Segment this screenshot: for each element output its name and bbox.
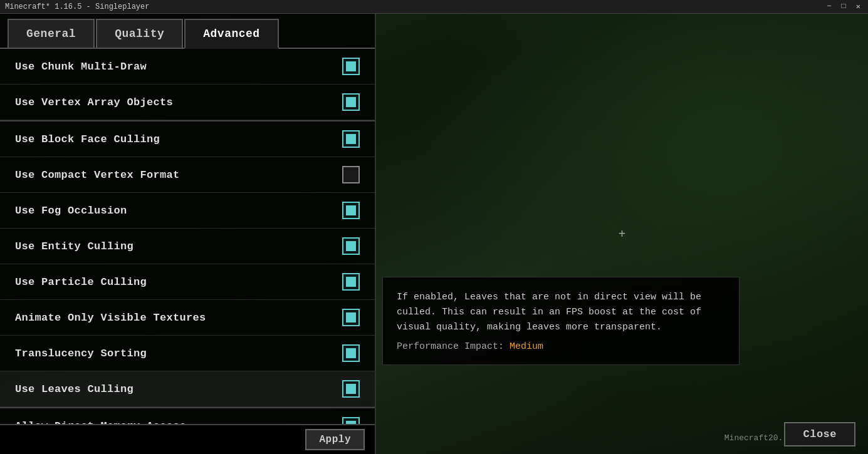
checkbox-wrap-leaves-culling — [342, 380, 360, 398]
checkbox-wrap-direct-memory-access — [342, 417, 360, 424]
setting-row-particle-culling[interactable]: Use Particle Culling — [0, 264, 375, 300]
apply-button[interactable]: Apply — [305, 429, 365, 450]
setting-row-block-face-culling[interactable]: Use Block Face Culling — [0, 120, 375, 157]
checkbox-block-face-culling[interactable] — [342, 130, 360, 148]
checkbox-wrap-animate-visible-textures — [342, 309, 360, 326]
setting-label-block-face-culling: Use Block Face Culling — [15, 133, 160, 145]
checkbox-wrap-chunk-multi-draw — [342, 58, 360, 75]
checkbox-wrap-compact-vertex-format — [342, 166, 360, 183]
checkbox-wrap-translucency-sorting — [342, 344, 360, 362]
setting-row-direct-memory-access[interactable]: Allow Direct Memory Access — [0, 407, 375, 424]
close-button-wrap: Close — [784, 422, 855, 446]
close-button[interactable]: Close — [784, 422, 855, 446]
tabs-container: General Quality Advanced — [0, 14, 375, 49]
tab-quality[interactable]: Quality — [96, 19, 183, 48]
setting-label-chunk-multi-draw: Use Chunk Multi-Draw — [15, 61, 147, 73]
crosshair: + — [618, 227, 625, 241]
checkbox-vertex-array-objects[interactable] — [342, 93, 360, 111]
checkbox-animate-visible-textures[interactable] — [342, 309, 360, 326]
setting-label-particle-culling: Use Particle Culling — [15, 276, 147, 288]
checkbox-wrap-fog-occlusion — [342, 202, 360, 219]
tooltip-impact-value: Medium — [510, 341, 543, 352]
setting-label-vertex-array-objects: Use Vertex Array Objects — [15, 96, 173, 108]
setting-row-entity-culling[interactable]: Use Entity Culling — [0, 229, 375, 264]
tab-general[interactable]: General — [8, 19, 95, 48]
main-container: + General Quality Advanced Use Chunk Mul… — [0, 14, 868, 454]
setting-row-vertex-array-objects[interactable]: Use Vertex Array Objects — [0, 85, 375, 120]
setting-row-fog-occlusion[interactable]: Use Fog Occlusion — [0, 193, 375, 229]
watermark: Minecraft20.ru — [724, 433, 793, 443]
checkbox-entity-culling[interactable] — [342, 237, 360, 255]
tab-advanced[interactable]: Advanced — [184, 19, 278, 49]
checkbox-translucency-sorting[interactable] — [342, 344, 360, 362]
checkbox-wrap-entity-culling — [342, 237, 360, 255]
maximize-button[interactable]: □ — [839, 2, 849, 11]
checkbox-fog-occlusion[interactable] — [342, 202, 360, 219]
setting-row-animate-visible-textures[interactable]: Animate Only Visible Textures — [0, 300, 375, 336]
checkbox-wrap-particle-culling — [342, 273, 360, 291]
setting-row-chunk-multi-draw[interactable]: Use Chunk Multi-Draw — [0, 49, 375, 85]
checkbox-chunk-multi-draw[interactable] — [342, 58, 360, 75]
checkbox-particle-culling[interactable] — [342, 273, 360, 291]
setting-row-leaves-culling[interactable]: Use Leaves Culling — [0, 371, 375, 407]
setting-label-leaves-culling: Use Leaves Culling — [15, 383, 133, 395]
tooltip-text: If enabled, Leaves that are not in direc… — [397, 290, 725, 335]
settings-panel: General Quality Advanced Use Chunk Multi… — [0, 14, 376, 454]
settings-list: Use Chunk Multi-DrawUse Vertex Array Obj… — [0, 49, 375, 424]
titlebar: Minecraft* 1.16.5 - Singleplayer − □ ✕ — [0, 0, 868, 14]
checkbox-wrap-block-face-culling — [342, 130, 360, 148]
setting-label-entity-culling: Use Entity Culling — [15, 240, 133, 252]
minimize-button[interactable]: − — [824, 2, 834, 11]
setting-label-translucency-sorting: Translucency Sorting — [15, 348, 147, 359]
checkbox-wrap-vertex-array-objects — [342, 93, 360, 111]
checkbox-leaves-culling[interactable] — [342, 380, 360, 398]
close-window-button[interactable]: ✕ — [854, 2, 863, 11]
setting-label-animate-visible-textures: Animate Only Visible Textures — [15, 312, 206, 324]
setting-label-compact-vertex-format: Use Compact Vertex Format — [15, 169, 180, 181]
setting-row-compact-vertex-format[interactable]: Use Compact Vertex Format — [0, 157, 375, 193]
checkbox-compact-vertex-format[interactable] — [342, 166, 360, 183]
setting-row-translucency-sorting[interactable]: Translucency Sorting — [0, 336, 375, 371]
tooltip-impact-label: Performance Impact: — [397, 341, 504, 352]
setting-label-fog-occlusion: Use Fog Occlusion — [15, 205, 127, 217]
titlebar-controls: − □ ✕ — [824, 2, 863, 11]
tooltip-impact: Performance Impact: Medium — [397, 341, 725, 352]
titlebar-title: Minecraft* 1.16.5 - Singleplayer — [5, 3, 149, 11]
bottom-bar: Apply — [0, 424, 375, 454]
checkbox-direct-memory-access[interactable] — [342, 417, 360, 424]
tooltip-box: If enabled, Leaves that are not in direc… — [382, 277, 740, 365]
